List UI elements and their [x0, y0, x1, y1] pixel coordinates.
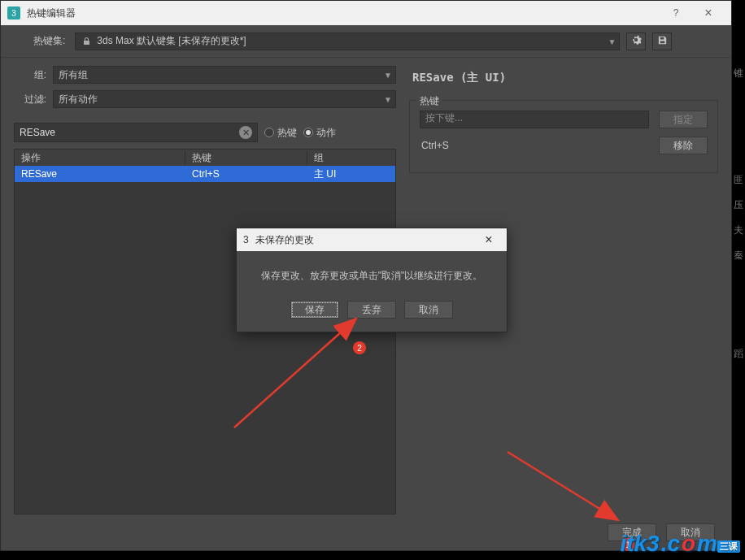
modal-footer: 保存 丢弃 取消	[237, 301, 507, 332]
save-icon	[657, 35, 668, 48]
help-button[interactable]: ?	[660, 7, 692, 19]
modal-close-button[interactable]: ×	[477, 232, 500, 247]
fieldset-legend: 热键	[416, 94, 442, 108]
filter-dropdown[interactable]: 所有动作 ▼	[53, 90, 396, 108]
group-dropdown[interactable]: 所有组 ▼	[53, 66, 396, 84]
assign-button[interactable]: 指定	[659, 111, 708, 128]
lock-icon	[81, 36, 92, 47]
side-char: 秦	[734, 249, 743, 263]
save-keyset-button[interactable]	[652, 33, 672, 50]
filter-value: 所有动作	[59, 93, 98, 106]
unsaved-changes-dialog: 3 未保存的更改 × 保存更改、放弃更改或单击"取消"以继续进行更改。 保存 丢…	[236, 228, 508, 332]
close-icon: ×	[485, 232, 492, 246]
filter-label: 过滤:	[14, 93, 46, 106]
chevron-down-icon: ▼	[608, 37, 616, 46]
side-char: 夫	[734, 224, 743, 237]
selected-action-title: RESave (主 UI)	[412, 71, 718, 85]
keyset-dropdown[interactable]: 3ds Max 默认键集 [未保存的更改*] ▼	[75, 33, 620, 50]
chevron-down-icon: ▼	[384, 71, 392, 80]
side-char: 锥	[734, 67, 743, 80]
side-strip: 锥 匪 压 夫 秦 蹈	[732, 67, 745, 361]
chevron-down-icon: ▼	[384, 95, 392, 104]
side-char: 匪	[734, 173, 743, 187]
th-hotkey[interactable]: 热键	[185, 151, 307, 165]
keyset-value: 3ds Max 默认键集 [未保存的更改*]	[97, 34, 246, 48]
modal-title: 未保存的更改	[255, 233, 477, 247]
radio-action-label: 动作	[316, 126, 336, 140]
modal-titlebar: 3 未保存的更改 ×	[237, 228, 507, 251]
titlebar: 3 热键编辑器 ? ×	[1, 1, 731, 25]
side-char: 压	[734, 198, 743, 212]
window-close-button[interactable]: ×	[692, 6, 725, 20]
radio-action[interactable]: 动作	[303, 126, 336, 140]
settings-button[interactable]	[626, 33, 646, 50]
radio-hotkey-label: 热键	[277, 126, 297, 140]
cell-hotkey: Ctrl+S	[185, 168, 307, 180]
group-label: 组:	[14, 68, 46, 82]
modal-cancel-button[interactable]: 取消	[404, 301, 453, 319]
toolbar: 热键集: 3ds Max 默认键集 [未保存的更改*] ▼	[1, 25, 731, 58]
window-title: 热键编辑器	[27, 7, 660, 20]
modal-message: 保存更改、放弃更改或单击"取消"以继续进行更改。	[237, 251, 507, 301]
th-action[interactable]: 操作	[15, 151, 185, 165]
cell-action: RESave	[15, 168, 185, 180]
table-header: 操作 热键 组	[15, 150, 395, 166]
th-group[interactable]: 组	[307, 151, 395, 165]
app-icon: 3	[7, 7, 20, 20]
radio-dot	[264, 128, 274, 137]
table-body: RESave Ctrl+S 主 UI	[15, 166, 395, 514]
watermark-o: o	[682, 531, 695, 557]
modal-save-button[interactable]: 保存	[290, 301, 339, 319]
app-icon: 3	[243, 234, 249, 245]
annotation-badge-2: 2	[353, 341, 366, 354]
press-key-input[interactable]: 按下键...	[420, 111, 649, 128]
watermark: itk3 .c o m 三课	[620, 531, 740, 557]
group-value: 所有组	[59, 68, 88, 82]
side-char: 蹈	[734, 347, 743, 361]
table-row[interactable]: RESave Ctrl+S 主 UI	[15, 166, 395, 182]
search-input[interactable]: RESave ✕	[14, 123, 258, 142]
search-value: RESave	[20, 127, 55, 138]
hotkey-fieldset: 热键 按下键... 指定 Ctrl+S 移除	[409, 100, 718, 173]
gear-icon	[630, 34, 642, 48]
watermark-b: .c	[661, 531, 680, 557]
remove-button[interactable]: 移除	[659, 137, 708, 154]
clear-search-button[interactable]: ✕	[239, 126, 252, 139]
watermark-c: m	[697, 531, 717, 557]
modal-discard-button[interactable]: 丢弃	[347, 301, 396, 319]
watermark-sub: 三课	[717, 540, 740, 553]
cell-group: 主 UI	[307, 167, 395, 181]
assigned-hotkey: Ctrl+S	[420, 140, 649, 151]
radio-hotkey[interactable]: 热键	[264, 126, 297, 140]
radio-dot	[303, 128, 313, 137]
watermark-a: itk3	[620, 531, 659, 557]
close-icon: ✕	[242, 128, 250, 138]
keyset-label: 热键集:	[33, 34, 65, 48]
